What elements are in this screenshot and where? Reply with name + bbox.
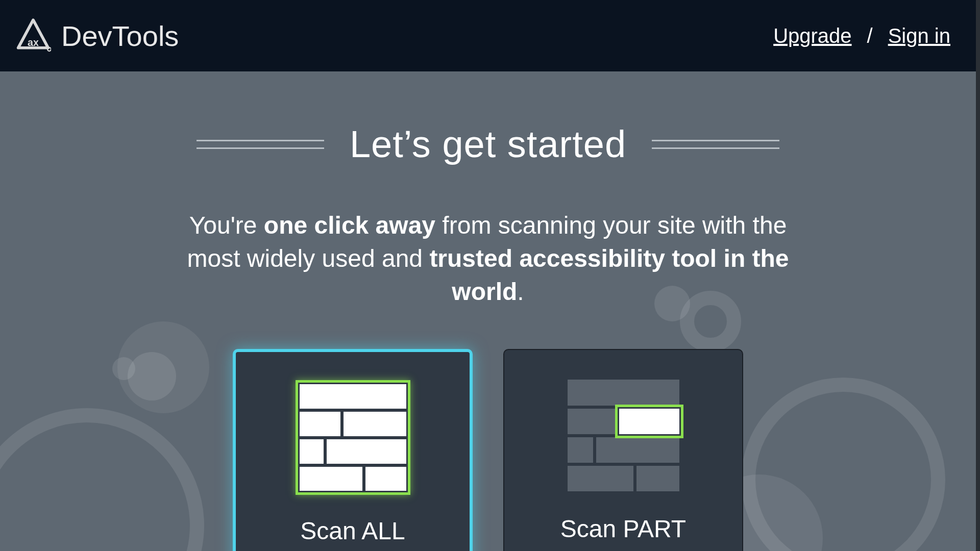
title-row: Let’s get started <box>197 122 779 166</box>
subtitle-text: . <box>517 278 524 305</box>
subtitle-text: You're <box>189 212 264 239</box>
scan-part-label: Scan PART of my page <box>560 513 686 551</box>
scan-all-icon <box>296 380 410 495</box>
upgrade-link[interactable]: Upgrade <box>773 24 851 47</box>
decorative-line-icon <box>652 140 779 149</box>
scan-part-icon <box>566 378 681 493</box>
nav-separator: / <box>867 24 873 47</box>
decorative-circle-icon <box>112 357 135 380</box>
header: ax DevTools Upgrade / Sign in <box>0 0 980 71</box>
subtitle-bold: trusted accessibility tool in the world <box>429 245 789 305</box>
axe-logo-icon: ax <box>15 18 51 54</box>
svg-text:ax: ax <box>28 37 39 48</box>
brand-name: DevTools <box>61 19 179 53</box>
scan-all-label: Scan ALL of my page <box>292 515 413 551</box>
scan-part-card[interactable]: Scan PART of my page <box>503 349 743 551</box>
card-label-line: Scan ALL <box>300 517 405 544</box>
main-content: Let’s get started You're one click away … <box>0 71 980 551</box>
scan-all-card[interactable]: Scan ALL of my page <box>233 349 473 551</box>
signin-link[interactable]: Sign in <box>888 24 950 47</box>
page-title: Let’s get started <box>350 122 626 166</box>
brand: ax DevTools <box>15 18 179 54</box>
subtitle-bold: one click away <box>264 212 435 239</box>
page-subtitle: You're one click away from scanning your… <box>166 209 810 308</box>
card-label-line: Scan PART <box>560 515 686 542</box>
card-label-line: of my page <box>562 547 683 551</box>
scan-options: Scan ALL of my page Scan PART of my page <box>233 349 743 551</box>
decorative-line-icon <box>197 140 324 149</box>
decorative-circle-icon <box>128 352 176 400</box>
header-nav: Upgrade / Sign in <box>773 24 950 47</box>
decorative-circle-icon <box>0 408 204 551</box>
